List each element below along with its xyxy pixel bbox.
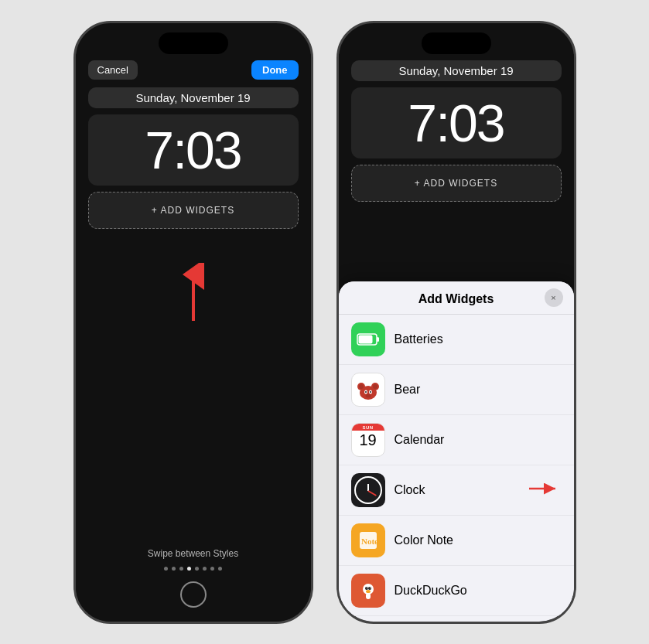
- cancel-button[interactable]: Cancel: [88, 60, 138, 80]
- widget-item-clock[interactable]: Clock: [339, 465, 574, 516]
- widget-item-colornote[interactable]: Note Color Note: [339, 516, 574, 566]
- dynamic-island-left: [159, 32, 228, 54]
- popup-close-button[interactable]: ×: [545, 288, 563, 307]
- bear-app-icon: [351, 373, 385, 407]
- batteries-icon: [351, 322, 385, 356]
- bear-label: Bear: [395, 383, 421, 397]
- home-indicator-left: [180, 581, 207, 608]
- clock-app-icon: [351, 473, 385, 507]
- svg-point-22: [365, 587, 368, 590]
- clock-minute-hand: [367, 490, 376, 496]
- time-text-left: 7:03: [145, 121, 241, 179]
- widget-list: Batteries: [339, 315, 574, 616]
- add-widgets-button-left[interactable]: + ADD WIDGETS: [88, 192, 299, 229]
- add-widgets-popup: Add Widgets × Batteries: [339, 281, 574, 622]
- duckduckgo-label: DuckDuckGo: [395, 584, 467, 598]
- widget-item-calendar[interactable]: SUN 19 Calendar: [339, 415, 574, 465]
- cal-day-num: 19: [359, 432, 376, 448]
- svg-point-15: [365, 394, 371, 397]
- svg-text:Note: Note: [361, 537, 378, 546]
- time-display-right: 7:03: [351, 87, 562, 158]
- dot-6: [203, 567, 207, 571]
- batteries-label: Batteries: [395, 332, 443, 346]
- widget-item-bear[interactable]: Bear: [339, 365, 574, 415]
- svg-rect-4: [377, 337, 379, 342]
- time-display-left: 7:03: [88, 114, 299, 186]
- phone-right: Sunday, November 19 7:03 + ADD WIDGETS A…: [336, 21, 576, 624]
- widget-item-batteries[interactable]: Batteries: [339, 315, 574, 365]
- dot-2: [172, 567, 176, 571]
- colornote-label: Color Note: [395, 533, 453, 547]
- date-display-right: Sunday, November 19: [351, 60, 562, 81]
- time-text-right: 7:03: [408, 94, 504, 152]
- arrow-indicator: [174, 263, 213, 325]
- dynamic-island-right: [422, 32, 491, 54]
- clock-face: [354, 476, 382, 504]
- dot-1: [164, 567, 168, 571]
- colornote-app-icon: Note: [351, 523, 385, 557]
- dot-7: [210, 567, 214, 571]
- dot-3: [179, 567, 183, 571]
- bottom-area-left: Swipe between Styles: [88, 548, 299, 622]
- top-bar: Cancel Done: [88, 60, 299, 80]
- add-widgets-button-right[interactable]: + ADD WIDGETS: [351, 165, 562, 202]
- date-display-left: Sunday, November 19: [88, 87, 299, 108]
- svg-point-13: [365, 391, 367, 393]
- svg-point-26: [366, 590, 371, 593]
- dot-5: [195, 567, 199, 571]
- lock-screen-left: Cancel Done Sunday, November 19 7:03 + A…: [76, 54, 311, 622]
- dot-4: [187, 567, 191, 571]
- add-widgets-label-left: + ADD WIDGETS: [152, 205, 234, 216]
- svg-rect-3: [358, 335, 372, 343]
- svg-point-14: [370, 391, 371, 393]
- popup-header: Add Widgets ×: [339, 281, 574, 315]
- svg-point-24: [366, 587, 367, 588]
- clock-label: Clock: [395, 483, 425, 497]
- page-dots: [164, 567, 222, 571]
- svg-point-25: [369, 587, 370, 588]
- swipe-text: Swipe between Styles: [148, 548, 238, 559]
- svg-point-10: [373, 384, 377, 389]
- done-button[interactable]: Done: [251, 60, 299, 80]
- dot-8: [218, 567, 222, 571]
- phone-left: Cancel Done Sunday, November 19 7:03 + A…: [73, 21, 313, 624]
- clock-arrow-indicator: [528, 481, 562, 499]
- calendar-label: Calendar: [395, 433, 445, 447]
- widget-item-duckduckgo[interactable]: DuckDuckGo: [339, 566, 574, 616]
- svg-point-9: [359, 384, 364, 389]
- add-widgets-label-right: + ADD WIDGETS: [415, 178, 497, 189]
- duckduckgo-app-icon: [351, 574, 385, 608]
- calendar-app-icon: SUN 19: [351, 423, 385, 457]
- popup-title: Add Widgets: [418, 292, 494, 306]
- svg-rect-27: [366, 593, 371, 599]
- cal-day-label: SUN: [352, 424, 384, 431]
- svg-point-23: [368, 587, 371, 590]
